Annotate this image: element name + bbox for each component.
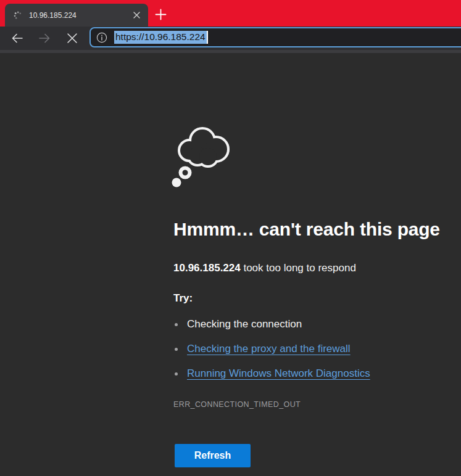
browser-window: 10.96.185.224 <box>0 0 461 476</box>
stop-button[interactable] <box>65 31 79 45</box>
new-tab-button[interactable] <box>154 7 167 21</box>
refresh-button[interactable]: Refresh <box>175 444 251 467</box>
bullet-icon <box>175 348 178 351</box>
tab-active[interactable]: 10.96.185.224 <box>5 4 148 27</box>
text-caret <box>207 31 208 44</box>
suggestion-list: Checking the connection Checking the pro… <box>175 318 370 392</box>
url-text: https://10.96.185.224 <box>114 31 208 44</box>
site-info-icon[interactable] <box>96 32 107 43</box>
tab-strip: 10.96.185.224 <box>0 0 461 27</box>
loading-spinner-icon <box>13 10 23 20</box>
bullet-icon <box>175 323 178 326</box>
network-diagnostics-link[interactable]: Running Windows Network Diagnostics <box>187 367 370 380</box>
url-selected-text: https://10.96.185.224 <box>114 31 207 44</box>
proxy-firewall-link[interactable]: Checking the proxy and the firewall <box>187 342 351 356</box>
error-subtitle-rest: took too long to respond <box>241 262 356 274</box>
forward-button[interactable] <box>38 31 51 45</box>
thought-cloud-icon <box>169 120 233 190</box>
tab-title: 10.96.185.224 <box>29 11 130 20</box>
error-title: Hmmm… can't reach this page <box>173 219 440 240</box>
navigation-toolbar: https://10.96.185.224 <box>0 27 461 50</box>
suggestion-text: Checking the connection <box>187 318 302 331</box>
address-bar-input[interactable]: https://10.96.185.224 <box>89 27 461 47</box>
bullet-icon <box>175 372 178 375</box>
tab-close-icon[interactable] <box>130 9 143 22</box>
back-button[interactable] <box>10 31 24 45</box>
list-item: Checking the connection <box>175 318 370 342</box>
error-page: Hmmm… can't reach this page 10.96.185.22… <box>0 53 461 476</box>
error-code: ERR_CONNECTION_TIMED_OUT <box>173 400 301 409</box>
list-item: Running Windows Network Diagnostics <box>175 367 370 392</box>
error-subtitle: 10.96.185.224 took too long to respond <box>173 262 356 274</box>
error-host: 10.96.185.224 <box>173 262 241 274</box>
try-label: Try: <box>173 292 193 305</box>
list-item: Checking the proxy and the firewall <box>175 342 370 367</box>
